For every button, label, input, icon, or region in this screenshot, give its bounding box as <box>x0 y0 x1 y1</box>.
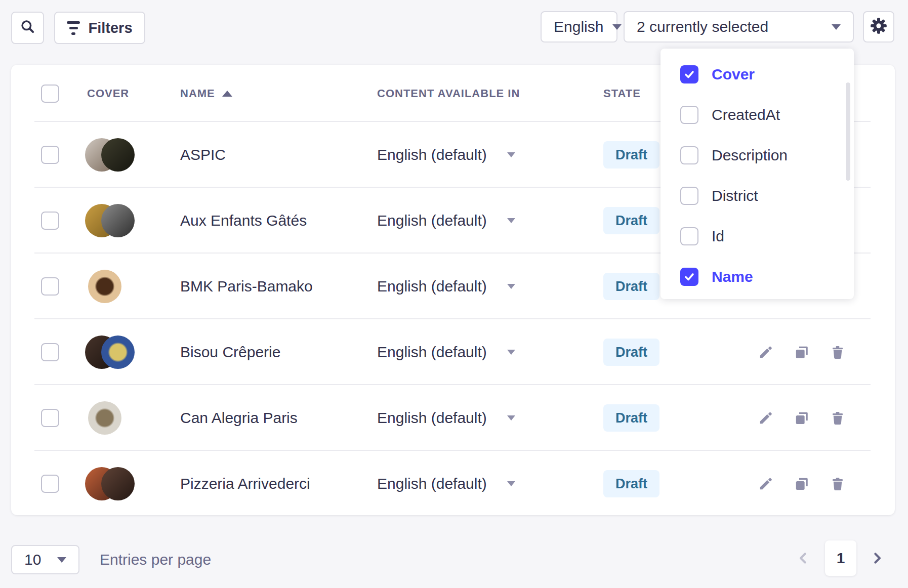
row-checkbox[interactable] <box>41 146 59 164</box>
duplicate-icon <box>794 345 809 360</box>
entry-name: Can Alegria Paris <box>180 409 298 427</box>
chevron-down-icon <box>507 415 515 421</box>
locale-cell-select[interactable]: English (default) <box>377 344 515 361</box>
cover-avatar <box>101 138 135 172</box>
checked-checkbox-icon[interactable] <box>680 65 698 83</box>
page-size-select[interactable]: 10 <box>11 545 79 574</box>
column-visibility-item-label: Description <box>712 147 788 164</box>
filters-button-label: Filters <box>88 20 132 36</box>
duplicate-button[interactable] <box>794 410 809 426</box>
locale-cell-select[interactable]: English (default) <box>377 278 515 295</box>
delete-icon <box>830 476 845 491</box>
cover-avatar <box>88 401 121 435</box>
page-size-value: 10 <box>24 551 41 568</box>
edit-button[interactable] <box>758 410 773 426</box>
row-checkbox[interactable] <box>41 343 59 361</box>
table-row: Can Alegria Paris English (default) Draf… <box>11 385 895 451</box>
entry-name: Pizzeria Arrivederci <box>180 475 310 492</box>
entries-per-page-label: Entries per page <box>100 551 211 568</box>
chevron-down-icon <box>832 24 841 30</box>
columns-select[interactable]: 2 currently selected <box>624 11 854 43</box>
column-visibility-item-label: CreatedAt <box>712 106 780 123</box>
column-visibility-item[interactable]: District <box>661 176 854 216</box>
column-header-state: STATE <box>603 87 641 100</box>
dropdown-scrollbar[interactable] <box>846 82 850 181</box>
unchecked-checkbox[interactable] <box>680 187 698 205</box>
edit-icon <box>758 410 773 426</box>
edit-button[interactable] <box>758 345 773 360</box>
search-icon <box>20 19 36 37</box>
unchecked-checkbox[interactable] <box>680 227 698 245</box>
unchecked-checkbox[interactable] <box>680 146 698 164</box>
chevron-down-icon <box>507 350 515 355</box>
column-visibility-item[interactable]: Cover <box>661 54 854 95</box>
column-visibility-item[interactable]: Id <box>661 216 854 257</box>
column-visibility-item-label: Cover <box>712 66 755 83</box>
filters-button[interactable]: Filters <box>54 12 145 44</box>
table-row: Bisou Crêperie English (default) Draft <box>11 319 895 385</box>
page-number: 1 <box>837 550 845 567</box>
sort-ascending-icon <box>222 91 232 97</box>
row-checkbox[interactable] <box>41 409 59 427</box>
chevron-down-icon <box>612 24 622 30</box>
column-visibility-dropdown: Cover CreatedAt Description District Id … <box>661 49 854 299</box>
cover-avatar <box>101 467 135 500</box>
column-visibility-item[interactable]: Name <box>661 257 854 297</box>
chevron-right-icon <box>869 550 886 567</box>
column-visibility-item-label: District <box>712 187 758 204</box>
state-badge: Draft <box>603 339 659 366</box>
column-header-name[interactable]: NAME <box>180 87 232 100</box>
table-row: Pizzeria Arrivederci English (default) D… <box>11 451 895 515</box>
column-header-content-available-in: CONTENT AVAILABLE IN <box>377 87 520 100</box>
locale-cell-value: English (default) <box>377 212 487 229</box>
cover-cell <box>85 335 146 369</box>
settings-button[interactable] <box>863 11 894 43</box>
duplicate-icon <box>794 476 809 491</box>
edit-button[interactable] <box>758 476 773 491</box>
previous-page-button[interactable] <box>795 550 812 569</box>
unchecked-checkbox[interactable] <box>680 106 698 124</box>
column-visibility-items: Cover CreatedAt Description District Id … <box>661 54 854 297</box>
column-visibility-item[interactable]: CreatedAt <box>661 95 854 135</box>
page-number-button[interactable]: 1 <box>825 540 856 576</box>
column-header-cover: COVER <box>87 87 129 100</box>
locale-cell-select[interactable]: English (default) <box>377 146 515 163</box>
row-checkbox[interactable] <box>41 277 59 296</box>
cover-cell <box>85 270 146 303</box>
gear-icon <box>870 17 888 37</box>
delete-button[interactable] <box>830 476 845 491</box>
chevron-down-icon <box>507 284 515 289</box>
checked-checkbox-icon[interactable] <box>680 268 698 286</box>
locale-select-value: English <box>554 18 603 35</box>
locale-cell-select[interactable]: English (default) <box>377 409 515 427</box>
next-page-button[interactable] <box>869 550 886 569</box>
locale-cell-select[interactable]: English (default) <box>377 212 515 229</box>
filter-icon <box>67 21 80 35</box>
select-all-checkbox[interactable] <box>41 85 59 103</box>
delete-button[interactable] <box>830 345 845 360</box>
row-checkbox[interactable] <box>41 475 59 493</box>
state-badge: Draft <box>603 470 659 497</box>
delete-icon <box>830 345 845 360</box>
duplicate-icon <box>794 410 809 426</box>
column-visibility-item[interactable]: Description <box>661 135 854 176</box>
chevron-down-icon <box>507 481 515 486</box>
cover-cell <box>85 467 146 500</box>
locale-cell-select[interactable]: English (default) <box>377 475 515 492</box>
state-badge: Draft <box>603 273 659 300</box>
locale-select[interactable]: English <box>541 11 617 43</box>
delete-button[interactable] <box>830 410 845 426</box>
column-visibility-item-label: Id <box>712 228 724 245</box>
duplicate-button[interactable] <box>794 476 809 491</box>
locale-cell-value: English (default) <box>377 475 487 492</box>
locale-cell-value: English (default) <box>377 278 487 295</box>
row-checkbox[interactable] <box>41 212 59 230</box>
edit-icon <box>758 476 773 491</box>
locale-cell-value: English (default) <box>377 409 487 427</box>
entry-name: ASPIC <box>180 146 226 163</box>
state-badge: Draft <box>603 404 659 432</box>
cover-avatar <box>101 204 135 237</box>
search-button[interactable] <box>11 12 44 44</box>
locale-cell-value: English (default) <box>377 344 487 361</box>
duplicate-button[interactable] <box>794 345 809 360</box>
